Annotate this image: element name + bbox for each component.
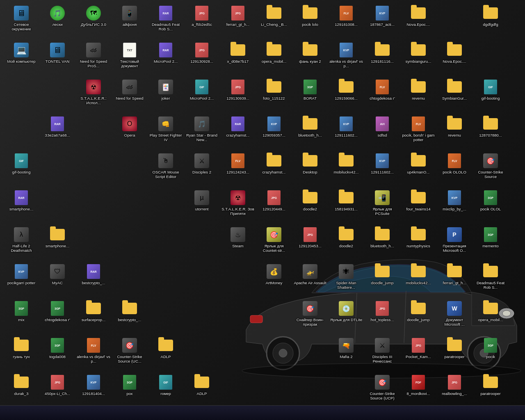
desktop-icon-17[interactable]: 🏎Need for Speed ProS... [75,40,112,76]
desktop-icon-86[interactable]: smartphone... [39,225,75,261]
desktop-icon-66[interactable]: mobiluckv42... [328,151,364,187]
desktop-icon-9[interactable]: pocik lolo [292,3,328,39]
desktop-icon-31[interactable]: ☢S.T.A.L.K.E.R.: Испол... [75,77,112,113]
desktop-icon-26[interactable]: symbianguru... [400,40,436,76]
desktop-icon-40[interactable]: revemu [400,77,436,113]
desktop-icon-145[interactable]: GIFгомер [148,372,184,409]
desktop-icon-20[interactable]: JPG129130928... [184,40,220,76]
desktop-icon-4[interactable]: 📱айфоня [112,3,148,39]
desktop-icon-54[interactable]: FLVpocik, borsh' i gam potter [400,114,436,150]
desktop-icon-80[interactable]: 158194931... [328,188,364,224]
desktop-icon-93[interactable]: JPG129120453... [292,225,328,261]
desktop-icon-114[interactable]: 3GPchtogdekosa r' [39,299,75,335]
desktop-icon-126[interactable]: opera_mobil... [472,299,509,335]
desktop-icon-124[interactable]: doodle_jump [400,299,436,335]
desktop-icon-57[interactable]: GIFgif-booting [3,151,39,187]
desktop-icon-79[interactable]: doodle2 [292,188,328,224]
desktop-icon-141[interactable]: durak_3 [3,372,39,409]
desktop-icon-130[interactable]: 🎯Counter-Strike Source (UC... [112,336,148,372]
desktop-icon-136[interactable]: 🔫Mafia 2 [328,336,364,372]
desktop-icon-113[interactable]: 3GPmix [3,299,39,335]
desktop-icon-122[interactable]: 💿Ярлык для DTLite [328,299,364,335]
desktop-icon-146[interactable]: ADLP [184,372,220,409]
desktop-icon-83[interactable]: KVPmixclip_by_... [436,188,472,224]
desktop-icon-64[interactable]: crazyhamst... [256,151,292,187]
desktop-icon-3[interactable]: 🗺ДубльГИС 3.0 [75,3,112,39]
desktop-icon-8[interactable]: Li_Cheng._B... [256,3,292,39]
desktop-icon-53[interactable]: AVIsdfsd [364,114,400,150]
desktop-icon-116[interactable]: bestcrypto_... [112,299,148,335]
desktop-icon-111[interactable]: ferrari_gt_h... [436,262,472,298]
desktop-icon-52[interactable]: KVP129111602... [328,114,364,150]
desktop-icon-142[interactable]: JPG450px-Li_Ch... [39,372,75,409]
desktop-icon-35[interactable]: JPG129130939... [220,77,256,113]
desktop-icon-78[interactable]: JPG129120449... [256,188,292,224]
desktop-icon-1[interactable]: 🖥Сетевое окружение [3,3,39,39]
desktop-icon-55[interactable]: revemu [436,114,472,150]
desktop-icon-5[interactable]: RARDeadmau5 Feat Rob S... [148,3,184,39]
desktop-icon-33[interactable]: 🃏joker [148,77,184,113]
desktop-icon-71[interactable]: RARsmartphone... [3,188,39,224]
desktop-icon-94[interactable]: doodle2 [328,225,364,261]
desktop-icon-42[interactable]: GIFgif-booting [472,77,509,113]
desktop-icon-151[interactable]: 🎯Counter-Strike Source (UCP) [364,372,400,409]
desktop-icon-107[interactable]: 🚁Apache Air Assault [292,262,328,298]
desktop-icon-46[interactable]: OOpera [112,114,148,150]
desktop-icon-110[interactable]: mobiluckv42... [400,262,436,298]
desktop-icon-23[interactable]: фань куан 2 [292,40,328,76]
desktop-icon-125[interactable]: WДокумент Microsoft ... [436,299,472,335]
desktop-icon-137[interactable]: ⚔Disciples III Ренессанс [364,336,400,372]
desktop-icon-22[interactable]: opera_mobil... [256,40,292,76]
desktop-icon-100[interactable]: 🛡MyAC [39,262,75,298]
desktop-icon-92[interactable]: 🎯Ярлык для Countet-str... [256,225,292,261]
desktop-icon-44[interactable]: RAR33e2a67a68... [39,114,75,150]
desktop-icon-139[interactable]: paratrooper [436,336,472,372]
desktop-icon-123[interactable]: JPGhot_topless... [364,299,400,335]
desktop-icon-25[interactable]: 129181116... [364,40,400,76]
desktop-icon-47[interactable]: 👊Play Street Fighter IV [148,114,184,150]
desktop-icon-115[interactable]: surfaceprop... [75,299,112,335]
desktop-icon-14[interactable]: dgdfgdfg [472,3,509,39]
desktop-icon-48[interactable]: 🎵Ryan Star - Brand New... [184,114,220,150]
desktop-icon-108[interactable]: 🕷Spider-Man Shattere... [328,262,364,298]
desktop-icon-18[interactable]: TXTТекстовый документ [112,40,148,76]
desktop-icon-95[interactable]: bluetooth_h... [364,225,400,261]
desktop-icon-129[interactable]: FLValenka vs dirjavl' vs p... [75,336,112,372]
desktop-icon-67[interactable]: KVP129111602... [364,151,400,187]
desktop-icon-38[interactable]: 129159066... [328,77,364,113]
desktop-icon-98[interactable]: 3GPmemento [472,225,509,261]
desktop-icon-106[interactable]: 💰ArtMoney [256,262,292,298]
desktop-icon-27[interactable]: Nova.Epoc.... [436,40,472,76]
desktop-icon-70[interactable]: 🎯Counter-Strike Source [472,151,509,187]
desktop-icon-153[interactable]: JPGrealbowling_... [436,372,472,409]
desktop-icon-112[interactable]: Deadmau5 Feat Rob S... [472,262,509,298]
desktop-icon-99[interactable]: KVPpocikgarri potter [3,262,39,298]
desktop-icon-50[interactable]: KVP129059357... [256,114,292,150]
desktop-icon-15[interactable]: 💻Мой компьютер [3,40,39,76]
desktop-icon-143[interactable]: KVP129181404... [75,372,112,409]
desktop-icon-37[interactable]: 3GPBORAT [292,77,328,113]
desktop-icon-154[interactable]: paratrooper [472,372,509,409]
desktop-icon-39[interactable]: FLVchtogdekosa r' [364,77,400,113]
desktop-icon-140[interactable]: 3GPpocik [472,336,509,372]
desktop-icon-10[interactable]: FLV129181008... [328,3,364,39]
desktop-icon-36[interactable]: foto_115122 [256,77,292,113]
desktop-icon-82[interactable]: four_twains14 [400,188,436,224]
desktop-icon-101[interactable]: RARbestcrypto_... [75,262,112,298]
desktop-icon-56[interactable]: 128707880... [472,114,509,150]
desktop-icon-34[interactable]: GIFMicroPool 2... [184,77,220,113]
desktop-icon-69[interactable]: FLVpocik OLOLO [436,151,472,187]
desktop-icon-97[interactable]: PПрезентация Microsoft O... [436,225,472,261]
desktop-icon-24[interactable]: KVPalenka vs dirjavl' vs p... [328,40,364,76]
desktop-icon-121[interactable]: 🎯Снайпер Воин-призрак [292,299,328,335]
desktop-icon-32[interactable]: 🏎Need for Speed [112,77,148,113]
desktop-icon-61[interactable]: 🖱OSCAR Mouse Script Editor [148,151,184,187]
desktop-icon-131[interactable]: ADLP [148,336,184,372]
desktop-icon-62[interactable]: ⚔Disciples 2 [184,151,220,187]
desktop-icon-51[interactable]: bluetooth_h... [292,114,328,150]
desktop-icon-21[interactable]: x_d08e7b17 [220,40,256,76]
desktop-icon-49[interactable]: RARcrazyhamst... [220,114,256,150]
desktop-icon-68[interactable]: up4kmanO... [400,151,436,187]
desktop-icon-109[interactable]: doodle_jump [364,262,400,298]
desktop-icon-11[interactable]: KVP187867_acti... [364,3,400,39]
